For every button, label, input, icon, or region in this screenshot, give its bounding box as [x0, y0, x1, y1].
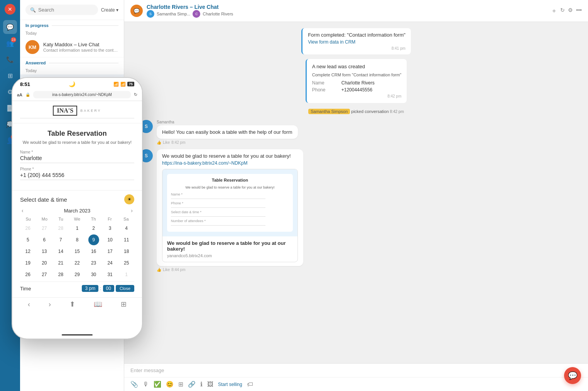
- agent2-avatar: C: [193, 10, 200, 18]
- cal-day-26[interactable]: 26: [22, 269, 33, 280]
- cal-day-3[interactable]: 3: [105, 223, 115, 234]
- form-title: Form completed: "Contact information for…: [308, 32, 406, 38]
- message-input-placeholder[interactable]: Enter message: [124, 364, 588, 377]
- agent-msg-4: Hello! You can easily book a table with …: [157, 125, 298, 139]
- phone-form-title: Table Reservation: [20, 130, 134, 138]
- chat-header: 💬 Charlotte Rivers – Live Chat S Samanth…: [124, 0, 588, 22]
- sidebar-icon-phone[interactable]: 📞: [3, 52, 17, 66]
- cal-day-19[interactable]: 19: [22, 258, 33, 268]
- cal-day-8[interactable]: 8: [72, 234, 83, 245]
- cal-nav: ‹ March 2023 ›: [20, 207, 134, 214]
- cal-day-6[interactable]: 6: [39, 234, 50, 245]
- cal-day-16[interactable]: 16: [88, 246, 99, 257]
- sidebar-icon-chat[interactable]: 💬: [3, 20, 17, 34]
- chat-name-katy: Katy Maddox – Live Chat: [43, 42, 118, 47]
- cal-day-11[interactable]: 11: [121, 234, 132, 245]
- share-nav-btn[interactable]: ⬆: [69, 300, 75, 308]
- image-icon[interactable]: 🖼: [207, 381, 213, 388]
- msg-link-5[interactable]: https://ina-s-bakery.bitrix24.com/~NDKpM: [162, 160, 298, 166]
- cal-day-1[interactable]: 1: [121, 269, 132, 280]
- messages-area: Form completed: "Contact information for…: [124, 22, 588, 363]
- cal-day-31[interactable]: 31: [105, 269, 115, 280]
- cal-day-23[interactable]: 23: [88, 258, 99, 268]
- like-btn-4[interactable]: Like: [163, 140, 170, 145]
- chat-item-katy[interactable]: KM Katy Maddox – Live Chat Contact infor…: [20, 37, 124, 57]
- close-time-button[interactable]: Close: [116, 285, 134, 292]
- attach-icon[interactable]: 📎: [130, 381, 138, 388]
- event-tag: Samantha Simpson picked conversation 8:4…: [304, 108, 409, 115]
- link-icon[interactable]: 🔗: [188, 381, 196, 388]
- time-hour-box[interactable]: 3 pm: [82, 285, 98, 292]
- cal-day-30[interactable]: 30: [88, 269, 99, 280]
- cal-day-27[interactable]: 27: [39, 269, 50, 280]
- cal-day-15[interactable]: 15: [72, 246, 83, 257]
- cal-day-5[interactable]: 5: [22, 234, 33, 245]
- cal-day-24[interactable]: 24: [105, 258, 115, 268]
- settings-header-icon[interactable]: ⚙: [568, 7, 573, 15]
- refresh-icon[interactable]: ↻: [560, 7, 565, 15]
- phone-name-value: Charlotte: [20, 155, 134, 163]
- form-attendees-label: Number of attendees *: [171, 219, 289, 223]
- date-circle-icon: ☀: [124, 194, 134, 204]
- cal-day-17[interactable]: 17: [105, 246, 115, 257]
- forward-nav-btn[interactable]: ›: [49, 300, 51, 308]
- cal-day-1[interactable]: 1: [72, 223, 83, 234]
- cal-day-14[interactable]: 14: [55, 246, 66, 257]
- search-box[interactable]: 🔍: [25, 5, 98, 15]
- sidebar-icon-users[interactable]: 👥 23: [3, 36, 17, 50]
- browser-url[interactable]: ina-s-bakery.bitrix24.com/~NDKpM: [33, 91, 131, 98]
- bookmarks-nav-btn[interactable]: 📖: [94, 300, 102, 308]
- cal-day-7[interactable]: 7: [55, 234, 66, 245]
- search-input[interactable]: [38, 7, 93, 13]
- time-row: Time 3 pm : 00 Close: [20, 281, 134, 293]
- mic-icon[interactable]: 🎙: [143, 381, 149, 388]
- cal-day-20[interactable]: 20: [39, 258, 50, 268]
- lead-subtitle: Complete CRM form "Contact information f…: [312, 72, 402, 77]
- cal-day-29[interactable]: 29: [72, 269, 83, 280]
- cal-day-28[interactable]: 28: [55, 269, 66, 280]
- phone-phone-label: Phone *: [20, 167, 134, 171]
- view-form-link[interactable]: View form data in CRM: [308, 39, 406, 45]
- info-icon[interactable]: ℹ: [200, 381, 203, 388]
- cal-day-9[interactable]: 9: [88, 234, 99, 245]
- chat-fab-button[interactable]: 💬: [564, 367, 581, 384]
- preview-bottom-title: We would be glad to reserve a table for …: [167, 240, 293, 252]
- time-min-box[interactable]: 00: [103, 285, 114, 292]
- search-icon: 🔍: [30, 7, 36, 13]
- link-preview-card: Table Reservation We would be glad to re…: [162, 169, 298, 262]
- browser-refresh-icon[interactable]: ↻: [134, 92, 137, 97]
- cal-day-25[interactable]: 25: [121, 258, 132, 268]
- more-icon[interactable]: •••: [576, 7, 582, 15]
- cal-day-18[interactable]: 18: [121, 246, 132, 257]
- like-btn-5[interactable]: Like: [163, 268, 170, 272]
- cal-day-26[interactable]: 26: [22, 223, 33, 234]
- cal-day-10[interactable]: 10: [105, 234, 115, 245]
- tag-icon[interactable]: 🏷: [247, 381, 253, 388]
- close-button[interactable]: ✕: [5, 4, 15, 15]
- sender-label: Samantha: [157, 120, 298, 124]
- add-action-icon[interactable]: ＋: [551, 7, 557, 15]
- tabs-nav-btn[interactable]: ⊞: [121, 300, 127, 308]
- cal-prev-btn[interactable]: ‹: [22, 207, 24, 214]
- agent1-avatar: S: [147, 10, 154, 18]
- cal-day-21[interactable]: 21: [55, 258, 66, 268]
- start-selling-button[interactable]: Start selling: [218, 382, 242, 387]
- cal-day-22[interactable]: 22: [72, 258, 83, 268]
- chat-input-area: Enter message 📎 🎙 ✅ 😊 ⊞ 🔗 ℹ 🖼 Start sell…: [124, 363, 588, 391]
- cal-day-28[interactable]: 28: [55, 223, 66, 234]
- sidebar-icon-grid[interactable]: ⊞: [3, 69, 17, 83]
- cal-day-2[interactable]: 2: [88, 223, 99, 234]
- back-nav-btn[interactable]: ‹: [28, 300, 30, 308]
- field-value-phone: +12004445556: [341, 87, 372, 93]
- create-button[interactable]: Create ▾: [101, 7, 118, 13]
- emoji-icon[interactable]: 😊: [166, 381, 174, 388]
- checklist-icon[interactable]: ✅: [154, 381, 161, 388]
- cal-day-13[interactable]: 13: [39, 246, 50, 257]
- agent-msg-5: We would be glad to reserve a table for …: [157, 149, 303, 266]
- cal-day-12[interactable]: 12: [22, 246, 33, 257]
- cal-day-4[interactable]: 4: [121, 223, 132, 234]
- cal-day-27[interactable]: 27: [39, 223, 50, 234]
- table-icon[interactable]: ⊞: [178, 381, 183, 388]
- browser-aa[interactable]: aA: [17, 93, 22, 97]
- cal-next-btn[interactable]: ›: [131, 207, 133, 214]
